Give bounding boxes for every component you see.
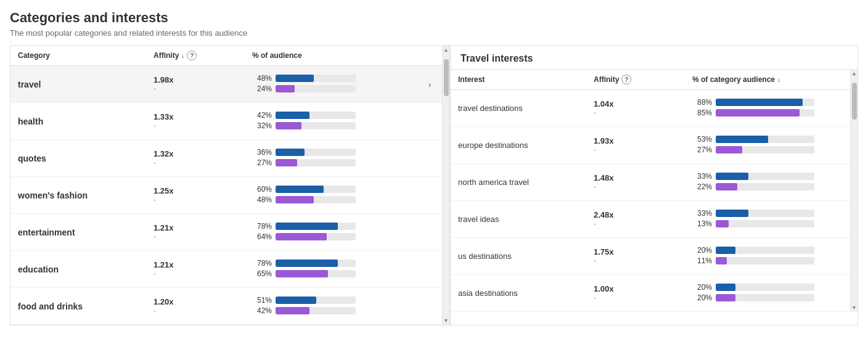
category-name: health [18, 117, 43, 126]
left-table-row[interactable]: travel 1.98x - 48% 24% › [10, 66, 442, 103]
rcol-header-audience[interactable]: % of category audience ↓ [685, 75, 850, 84]
right-bar-bg-1 [716, 210, 814, 217]
right-table-row[interactable]: europe destinations 1.93x - 53% 27% [451, 127, 850, 164]
right-bar-row-1: 20% [692, 283, 843, 292]
right-table-row[interactable]: us destinations 1.75x - 20% 11% [451, 238, 850, 275]
audience-cell: 48% 24% [245, 74, 380, 95]
bar-fill-blue [276, 186, 324, 193]
right-table-row[interactable]: asia destinations 1.00x - 20% 20% [451, 275, 850, 312]
right-pct-label-1: 20% [692, 283, 712, 292]
right-scrollbar[interactable]: ▲ ▼ [850, 69, 858, 312]
bar-bg-2 [276, 85, 356, 92]
pct-label-1: 48% [252, 74, 272, 83]
right-scroll-up-icon[interactable]: ▲ [851, 70, 857, 76]
bar-bg-2 [276, 122, 356, 129]
right-bar-fill-blue [716, 99, 803, 106]
right-bar-fill-blue [716, 284, 735, 291]
right-pct-label-1: 33% [692, 209, 712, 218]
pct-label-2: 65% [252, 269, 272, 278]
bar-bg-2 [276, 233, 356, 240]
affinity-cell: 1.21x - [146, 223, 245, 241]
right-pct-label-1: 88% [692, 98, 712, 107]
pct-label-2: 48% [252, 195, 272, 204]
bar-row-1: 78% [252, 259, 373, 268]
affinity-help-icon[interactable]: ? [187, 51, 197, 60]
left-table-row[interactable]: women's fashion 1.25x - 60% 48% [10, 177, 442, 214]
right-affinity-value: 1.04x [594, 99, 678, 108]
right-affinity-dash: - [594, 182, 678, 191]
left-table-row[interactable]: food and drinks 1.20x - 51% 42% [10, 288, 442, 325]
affinity-value: 1.33x [154, 112, 237, 121]
bar-bg-1 [276, 112, 356, 119]
bar-bg-2 [276, 196, 356, 203]
right-affinity-cell: 1.93x - [586, 136, 685, 154]
bar-bg-2 [276, 159, 356, 166]
right-table-header: Interest Affinity ? % of category audien… [451, 69, 850, 90]
right-pct-label-2: 11% [692, 256, 712, 265]
right-affinity-help-icon[interactable]: ? [621, 75, 631, 84]
right-bar-bg-1 [716, 136, 814, 143]
right-affinity-value: 1.48x [594, 173, 678, 182]
bar-fill-purple [276, 307, 309, 314]
bar-bg-1 [276, 260, 356, 267]
scroll-up-icon[interactable]: ▲ [443, 47, 449, 53]
category-cell: women's fashion [10, 190, 146, 200]
right-bar-row-1: 53% [692, 135, 843, 144]
audience-cell: 51% 42% [245, 296, 380, 317]
right-bar-row-2: 85% [692, 108, 843, 117]
right-pct-label-2: 22% [692, 182, 712, 191]
bar-bg-1 [276, 186, 356, 193]
right-bar-fill-blue [716, 210, 748, 217]
right-bar-fill-purple [716, 220, 729, 227]
pct-label-2: 64% [252, 232, 272, 241]
bar-row-1: 42% [252, 111, 373, 120]
right-bar-row-2: 20% [692, 293, 843, 302]
interest-name: asia destinations [458, 289, 518, 298]
left-scrollbar[interactable]: ▲ ▼ [442, 46, 449, 325]
expand-button[interactable]: › [422, 77, 437, 92]
rcol-header-affinity[interactable]: Affinity ? [586, 75, 685, 84]
right-scroll-thumb[interactable] [852, 83, 857, 120]
audience-cell: 78% 64% [245, 222, 380, 243]
affinity-dash: - [154, 232, 237, 241]
left-table-row[interactable]: education 1.21x - 78% 65% [10, 251, 442, 288]
sort-down-icon: ↓ [181, 52, 184, 59]
affinity-value: 1.98x [154, 75, 237, 84]
right-affinity-dash: - [594, 219, 678, 228]
right-bar-row-2: 11% [692, 256, 843, 265]
left-table-row[interactable]: health 1.33x - 42% 32% [10, 103, 442, 140]
bar-row-2: 27% [252, 158, 373, 167]
scroll-down-icon[interactable]: ▼ [443, 317, 449, 324]
left-table-row[interactable]: quotes 1.32x - 36% 27% [10, 140, 442, 177]
left-table-row[interactable]: entertainment 1.21x - 78% 64% [10, 214, 442, 251]
right-content: Interest Affinity ? % of category audien… [451, 69, 850, 312]
affinity-value: 1.21x [154, 260, 237, 269]
col-header-affinity[interactable]: Affinity ↓ ? [146, 51, 245, 60]
interest-name: travel destinations [458, 104, 523, 113]
right-table-row[interactable]: travel ideas 2.48x - 33% 13% [451, 201, 850, 238]
rcol-header-interest: Interest [451, 75, 586, 84]
right-bar-fill-purple [716, 294, 735, 301]
pct-label-2: 32% [252, 121, 272, 130]
right-bar-bg-2 [716, 109, 814, 117]
right-audience-cell: 20% 11% [685, 246, 850, 267]
right-table-row[interactable]: north america travel 1.48x - 33% 22% [451, 164, 850, 201]
scroll-thumb[interactable] [444, 59, 449, 96]
right-sort-icon: ↓ [777, 76, 780, 83]
interest-name: us destinations [458, 252, 512, 261]
affinity-cell: 1.33x - [146, 112, 245, 130]
bar-fill-purple [276, 270, 328, 277]
right-affinity-value: 2.48x [594, 210, 678, 219]
interest-cell: travel ideas [451, 215, 586, 224]
bar-row-2: 48% [252, 195, 373, 204]
right-pct-label-1: 53% [692, 135, 712, 144]
right-table-row[interactable]: travel destinations 1.04x - 88% 85% [451, 90, 850, 127]
right-affinity-dash: - [594, 108, 678, 117]
right-audience-cell: 88% 85% [685, 98, 850, 119]
right-bar-bg-1 [716, 284, 814, 291]
category-name: women's fashion [18, 190, 88, 200]
bar-row-1: 36% [252, 148, 373, 157]
right-bar-row-2: 13% [692, 219, 843, 228]
right-scroll-down-icon[interactable]: ▼ [851, 305, 857, 311]
right-bar-bg-1 [716, 99, 814, 106]
